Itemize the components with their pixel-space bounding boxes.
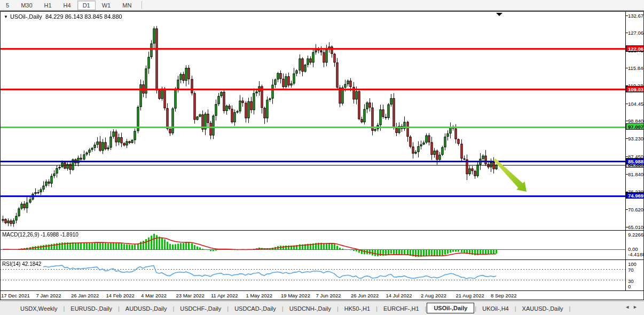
chart-tab-bar: USDX,Weekly|EURUSD-,Daily|AUDUSD-,Daily|…: [0, 301, 644, 315]
tab-xauusd-daily[interactable]: XAUUSD-,Daily: [517, 303, 569, 314]
price-tick-label: 127.060: [628, 30, 644, 36]
macd-axis-label: -4.4188: [628, 251, 644, 257]
timeframe-button-d1[interactable]: D1: [77, 1, 96, 10]
symbol-dropdown-icon[interactable]: ▼: [4, 14, 8, 19]
trading-terminal-window: 5M30H1H4D1W1MN ▼USOil-,Daily 84.229 86.1…: [0, 0, 644, 315]
macd-label: MACD(12,26,9) -1.6988 -1.8910: [2, 232, 78, 238]
date-label: 17 Dec 2021: [1, 293, 30, 298]
date-label: 14 Jul 2022: [386, 293, 412, 298]
chart-title: ▼USOil-,Daily 84.229 86.143 83.845 84.88…: [4, 13, 122, 20]
date-label: 19 May 2022: [281, 293, 310, 298]
panel-separator: [0, 290, 644, 291]
price-level-label-97-007: 97.007: [626, 123, 644, 130]
tab-scroll-left-icon[interactable]: ◄: [625, 304, 633, 310]
price-tick-label: 104.450: [628, 101, 644, 107]
timeframe-button-h4[interactable]: H4: [58, 1, 76, 10]
chart-ohlc-values: 84.229 86.143 83.845 84.880: [45, 13, 122, 20]
price-tick-label: 65.010: [628, 224, 644, 230]
tab-usdcnh-daily[interactable]: USDCNH-,Daily: [284, 303, 336, 314]
date-label: 14 Feb 2022: [106, 293, 135, 298]
toolbar-separator: [142, 1, 142, 9]
tab-usoil-daily[interactable]: USOil-,Daily: [427, 303, 474, 313]
timeframe-button-w1[interactable]: W1: [97, 1, 116, 10]
timeframe-button-mn[interactable]: MN: [117, 1, 137, 10]
timeframe-button-m30[interactable]: M30: [15, 1, 37, 10]
rsi-axis-label: 0: [628, 284, 644, 289]
date-label: 7 Jan 2022: [36, 293, 61, 298]
macd-indicator-canvas[interactable]: [0, 231, 625, 259]
rsi-axis-label: 70: [628, 267, 644, 273]
date-label: 1 May 2022: [246, 293, 273, 298]
tab-usdx-weekly[interactable]: USDX,Weekly: [15, 303, 62, 314]
tab-scroll-right-icon[interactable]: ►: [633, 304, 641, 310]
rsi-indicator-canvas[interactable]: [0, 260, 625, 290]
price-tick-label: 132.670: [628, 13, 644, 19]
tab-hk50-h1[interactable]: HK50-,H1: [339, 303, 375, 314]
date-label: 11 Apr 2022: [211, 293, 238, 298]
date-label: 26 Jun 2022: [351, 293, 379, 298]
tab-eurchf-h1[interactable]: EURCHF-,H1: [378, 303, 425, 314]
price-level-label-74-969: 74.969: [626, 192, 644, 199]
tab-separator: |: [569, 305, 571, 312]
timeframe-button-h1[interactable]: H1: [39, 1, 57, 10]
rsi-axis-label: 100: [628, 261, 644, 267]
tab-usdchf-daily[interactable]: USDCHF-,Daily: [175, 303, 226, 314]
macd-axis-label: 9.2266: [628, 232, 644, 238]
tab-eurusd-daily[interactable]: EURUSD-,Daily: [65, 303, 117, 314]
price-axis-divider: [625, 11, 626, 291]
panel-separator[interactable]: [0, 230, 644, 231]
main-price-chart-canvas[interactable]: [0, 11, 625, 230]
chart-tabs: USDX,Weekly|EURUSD-,Daily|AUDUSD-,Daily|…: [15, 303, 571, 314]
tab-usdcad-daily[interactable]: USDCAD-,Daily: [229, 303, 281, 314]
timeframe-button-5[interactable]: 5: [1, 1, 14, 10]
price-level-label-85-988: 85.988: [626, 158, 644, 164]
date-label: 7 Jun 2022: [316, 293, 341, 298]
price-level-label-109-036: 109.036: [626, 86, 644, 92]
panel-separator[interactable]: [0, 259, 644, 260]
price-tick-label: 70.620: [628, 207, 644, 212]
rsi-label: RSI(14) 42.1842: [2, 261, 41, 267]
date-label: 4 Mar 2022: [141, 293, 167, 298]
price-tick-label: 115.840: [628, 65, 644, 71]
chart-symbol-label: USOil-,Daily: [10, 13, 42, 20]
date-label: 23 Mar 2022: [176, 293, 205, 298]
price-tick-label: 93.230: [628, 136, 644, 141]
date-label: 2 Aug 2022: [421, 293, 446, 298]
date-label: 21 Aug 2022: [456, 293, 484, 298]
date-label: 26 Jan 2022: [71, 293, 99, 298]
price-tick-label: 81.840: [628, 171, 644, 177]
tab-audusd-daily[interactable]: AUDUSD-,Daily: [120, 303, 172, 314]
price-level-label-122-068: 122.068: [626, 45, 644, 52]
date-label: 8 Sep 2022: [491, 293, 517, 298]
tab-scroll-arrows: ◄►: [625, 304, 641, 310]
tab-ukoil-h4[interactable]: UKOil-,H4: [477, 303, 514, 314]
timeframe-toolbar: 5M30H1H4D1W1MN: [0, 0, 644, 11]
